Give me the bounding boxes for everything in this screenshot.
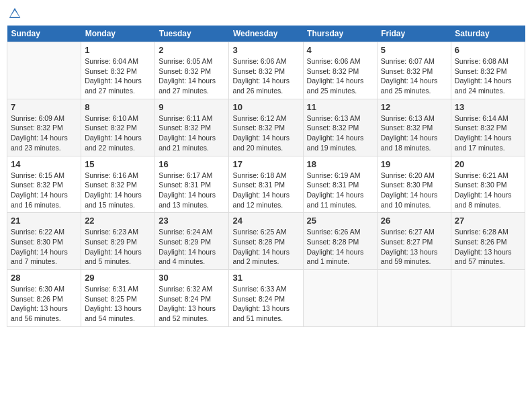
day-info: Sunrise: 6:20 AM Sunset: 8:30 PM Dayligh… <box>381 171 447 210</box>
calendar-cell: 31Sunrise: 6:33 AM Sunset: 8:24 PM Dayli… <box>229 270 303 327</box>
day-number: 10 <box>232 102 299 112</box>
calendar-cell: 27Sunrise: 6:28 AM Sunset: 8:26 PM Dayli… <box>451 213 525 270</box>
day-info: Sunrise: 6:13 AM Sunset: 8:32 PM Dayligh… <box>381 113 447 153</box>
day-number: 24 <box>232 216 299 226</box>
calendar-cell: 6Sunrise: 6:08 AM Sunset: 8:32 PM Daylig… <box>451 42 525 99</box>
day-info: Sunrise: 6:19 AM Sunset: 8:31 PM Dayligh… <box>307 171 373 210</box>
day-number: 20 <box>455 159 521 169</box>
svg-marker-1 <box>10 10 19 17</box>
calendar-cell: 14Sunrise: 6:15 AM Sunset: 8:32 PM Dayli… <box>7 156 81 213</box>
day-info: Sunrise: 6:28 AM Sunset: 8:26 PM Dayligh… <box>455 227 521 267</box>
day-number: 25 <box>307 216 373 226</box>
day-info: Sunrise: 6:12 AM Sunset: 8:32 PM Dayligh… <box>232 113 299 153</box>
day-number: 31 <box>232 273 299 283</box>
day-info: Sunrise: 6:32 AM Sunset: 8:24 PM Dayligh… <box>159 284 225 324</box>
week-row-4: 21Sunrise: 6:22 AM Sunset: 8:30 PM Dayli… <box>7 213 525 270</box>
calendar-cell: 11Sunrise: 6:13 AM Sunset: 8:32 PM Dayli… <box>303 99 377 156</box>
day-number: 11 <box>307 102 373 112</box>
day-number: 1 <box>85 45 151 55</box>
day-info: Sunrise: 6:08 AM Sunset: 8:32 PM Dayligh… <box>455 56 521 96</box>
day-number: 19 <box>381 159 447 169</box>
day-number: 14 <box>11 159 77 169</box>
calendar-cell <box>451 270 525 327</box>
day-info: Sunrise: 6:07 AM Sunset: 8:32 PM Dayligh… <box>381 56 447 96</box>
day-info: Sunrise: 6:14 AM Sunset: 8:32 PM Dayligh… <box>455 113 521 153</box>
calendar-cell: 13Sunrise: 6:14 AM Sunset: 8:32 PM Dayli… <box>451 99 525 156</box>
calendar-cell: 8Sunrise: 6:10 AM Sunset: 8:32 PM Daylig… <box>81 99 155 156</box>
calendar-cell: 29Sunrise: 6:31 AM Sunset: 8:25 PM Dayli… <box>81 270 155 327</box>
calendar-cell: 4Sunrise: 6:06 AM Sunset: 8:32 PM Daylig… <box>303 42 377 99</box>
day-info: Sunrise: 6:05 AM Sunset: 8:32 PM Dayligh… <box>159 56 225 96</box>
week-row-3: 14Sunrise: 6:15 AM Sunset: 8:32 PM Dayli… <box>7 156 525 213</box>
logo-icon <box>8 7 21 20</box>
calendar-cell: 2Sunrise: 6:05 AM Sunset: 8:32 PM Daylig… <box>155 42 229 99</box>
calendar-cell: 23Sunrise: 6:24 AM Sunset: 8:29 PM Dayli… <box>155 213 229 270</box>
calendar-cell: 3Sunrise: 6:06 AM Sunset: 8:32 PM Daylig… <box>229 42 303 99</box>
calendar-table: SundayMondayTuesdayWednesdayThursdayFrid… <box>7 26 525 327</box>
col-header-saturday: Saturday <box>451 26 525 42</box>
day-number: 9 <box>159 102 225 112</box>
calendar-cell: 19Sunrise: 6:20 AM Sunset: 8:30 PM Dayli… <box>377 156 451 213</box>
calendar-cell <box>303 270 377 327</box>
logo <box>7 7 23 20</box>
calendar-cell <box>377 270 451 327</box>
day-info: Sunrise: 6:13 AM Sunset: 8:32 PM Dayligh… <box>307 113 373 153</box>
col-header-friday: Friday <box>377 26 451 42</box>
col-header-wednesday: Wednesday <box>229 26 303 42</box>
calendar-header-row: SundayMondayTuesdayWednesdayThursdayFrid… <box>7 26 525 42</box>
calendar-cell: 7Sunrise: 6:09 AM Sunset: 8:32 PM Daylig… <box>7 99 81 156</box>
day-number: 22 <box>85 216 151 226</box>
day-number: 26 <box>381 216 447 226</box>
day-info: Sunrise: 6:25 AM Sunset: 8:28 PM Dayligh… <box>232 227 299 267</box>
day-number: 28 <box>11 273 77 283</box>
calendar-cell: 5Sunrise: 6:07 AM Sunset: 8:32 PM Daylig… <box>377 42 451 99</box>
day-info: Sunrise: 6:31 AM Sunset: 8:25 PM Dayligh… <box>85 284 151 324</box>
calendar-cell <box>7 42 81 99</box>
calendar-cell: 12Sunrise: 6:13 AM Sunset: 8:32 PM Dayli… <box>377 99 451 156</box>
day-number: 6 <box>455 45 521 55</box>
day-number: 3 <box>232 45 299 55</box>
day-info: Sunrise: 6:17 AM Sunset: 8:31 PM Dayligh… <box>159 171 225 210</box>
col-header-thursday: Thursday <box>303 26 377 42</box>
col-header-tuesday: Tuesday <box>155 26 229 42</box>
calendar-cell: 15Sunrise: 6:16 AM Sunset: 8:32 PM Dayli… <box>81 156 155 213</box>
calendar-cell: 16Sunrise: 6:17 AM Sunset: 8:31 PM Dayli… <box>155 156 229 213</box>
day-number: 2 <box>159 45 225 55</box>
day-info: Sunrise: 6:33 AM Sunset: 8:24 PM Dayligh… <box>232 284 299 324</box>
calendar-cell: 25Sunrise: 6:26 AM Sunset: 8:28 PM Dayli… <box>303 213 377 270</box>
day-info: Sunrise: 6:06 AM Sunset: 8:32 PM Dayligh… <box>232 56 299 96</box>
day-info: Sunrise: 6:18 AM Sunset: 8:31 PM Dayligh… <box>232 171 299 210</box>
day-number: 27 <box>455 216 521 226</box>
day-info: Sunrise: 6:24 AM Sunset: 8:29 PM Dayligh… <box>159 227 225 267</box>
day-number: 30 <box>159 273 225 283</box>
col-header-sunday: Sunday <box>7 26 81 42</box>
calendar-cell: 21Sunrise: 6:22 AM Sunset: 8:30 PM Dayli… <box>7 213 81 270</box>
day-number: 13 <box>455 102 521 112</box>
calendar-cell: 1Sunrise: 6:04 AM Sunset: 8:32 PM Daylig… <box>81 42 155 99</box>
day-info: Sunrise: 6:23 AM Sunset: 8:29 PM Dayligh… <box>85 227 151 267</box>
day-info: Sunrise: 6:22 AM Sunset: 8:30 PM Dayligh… <box>11 227 77 267</box>
page-header <box>7 7 525 20</box>
day-number: 16 <box>159 159 225 169</box>
calendar-cell: 28Sunrise: 6:30 AM Sunset: 8:26 PM Dayli… <box>7 270 81 327</box>
day-number: 15 <box>85 159 151 169</box>
day-number: 7 <box>11 102 77 112</box>
day-info: Sunrise: 6:04 AM Sunset: 8:32 PM Dayligh… <box>85 56 151 96</box>
day-info: Sunrise: 6:30 AM Sunset: 8:26 PM Dayligh… <box>11 284 77 324</box>
calendar-cell: 22Sunrise: 6:23 AM Sunset: 8:29 PM Dayli… <box>81 213 155 270</box>
day-info: Sunrise: 6:15 AM Sunset: 8:32 PM Dayligh… <box>11 171 77 210</box>
week-row-2: 7Sunrise: 6:09 AM Sunset: 8:32 PM Daylig… <box>7 99 525 156</box>
day-info: Sunrise: 6:26 AM Sunset: 8:28 PM Dayligh… <box>307 227 373 267</box>
calendar-cell: 10Sunrise: 6:12 AM Sunset: 8:32 PM Dayli… <box>229 99 303 156</box>
day-info: Sunrise: 6:06 AM Sunset: 8:32 PM Dayligh… <box>307 56 373 96</box>
day-info: Sunrise: 6:10 AM Sunset: 8:32 PM Dayligh… <box>85 113 151 153</box>
calendar-cell: 20Sunrise: 6:21 AM Sunset: 8:30 PM Dayli… <box>451 156 525 213</box>
week-row-5: 28Sunrise: 6:30 AM Sunset: 8:26 PM Dayli… <box>7 270 525 327</box>
day-number: 18 <box>307 159 373 169</box>
calendar-cell: 24Sunrise: 6:25 AM Sunset: 8:28 PM Dayli… <box>229 213 303 270</box>
day-number: 17 <box>232 159 299 169</box>
day-number: 12 <box>381 102 447 112</box>
day-number: 4 <box>307 45 373 55</box>
week-row-1: 1Sunrise: 6:04 AM Sunset: 8:32 PM Daylig… <box>7 42 525 99</box>
day-number: 23 <box>159 216 225 226</box>
